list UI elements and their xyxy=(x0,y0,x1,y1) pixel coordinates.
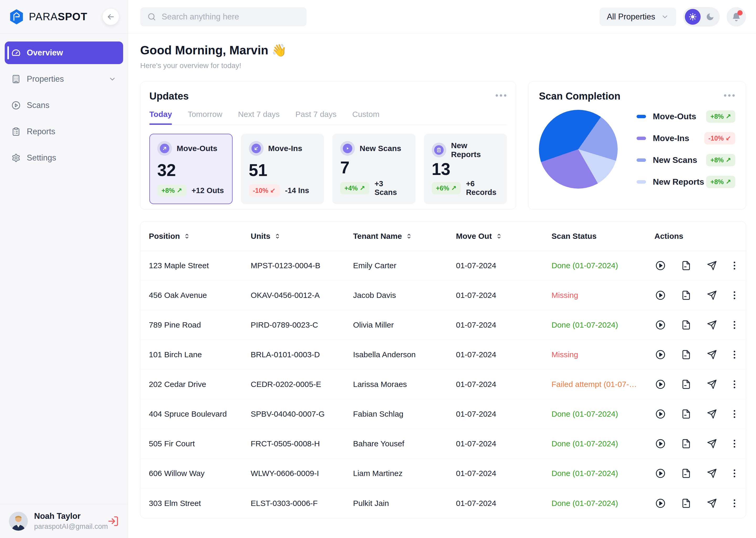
arrow-left-icon xyxy=(106,12,115,21)
sidebar-collapse-button[interactable] xyxy=(103,9,119,25)
report-document-button[interactable] xyxy=(680,289,692,301)
stat-value: 7 xyxy=(340,159,408,176)
play-scan-button[interactable] xyxy=(654,408,667,420)
cell-scan-status: Failed attempt (01-07-… xyxy=(551,380,654,389)
row-more-menu-button[interactable] xyxy=(732,408,737,420)
column-header-scan-status: Scan Status xyxy=(551,232,654,241)
row-more-menu-button[interactable] xyxy=(732,319,737,331)
column-header-position[interactable]: Position xyxy=(149,232,251,241)
play-scan-button[interactable] xyxy=(654,378,667,390)
row-more-menu-button[interactable] xyxy=(732,289,737,301)
play-scan-button[interactable] xyxy=(654,259,667,272)
dark-mode-button[interactable] xyxy=(702,9,718,25)
tab-custom[interactable]: Custom xyxy=(352,110,379,125)
report-document-button[interactable] xyxy=(680,467,692,479)
legend-item-new-reports: New Reports +8% ↗ xyxy=(637,176,735,188)
play-scan-button[interactable] xyxy=(654,467,667,479)
play-circle-icon xyxy=(655,468,665,478)
send-button[interactable] xyxy=(706,319,718,331)
sidebar-item-label: Overview xyxy=(27,48,63,58)
tab-today[interactable]: Today xyxy=(149,110,172,125)
scan-completion-title: Scan Completion xyxy=(539,91,620,102)
stat-card-move-ins[interactable]: Move-Ins 51 -10% ↙ -14 Ins xyxy=(241,134,324,204)
row-more-menu-button[interactable] xyxy=(732,259,737,272)
cell-position: 456 Oak Avenue xyxy=(149,291,251,300)
topbar-actions: All Properties xyxy=(599,7,746,27)
updates-menu-button[interactable] xyxy=(495,91,507,100)
user-name: Noah Taylor xyxy=(34,511,101,521)
sidebar-item-reports[interactable]: Reports xyxy=(5,120,123,143)
cell-tenant: Fabian Schlag xyxy=(353,409,456,418)
document-icon xyxy=(681,498,691,508)
cell-move-out: 01-07-2024 xyxy=(456,320,551,329)
send-button[interactable] xyxy=(706,349,718,361)
stat-label: New Reports xyxy=(451,141,499,159)
play-scan-button[interactable] xyxy=(654,349,667,361)
report-document-button[interactable] xyxy=(680,497,692,510)
tab-past-7-days[interactable]: Past 7 days xyxy=(295,110,337,125)
cell-actions xyxy=(654,408,737,420)
notifications-button[interactable] xyxy=(727,7,746,27)
play-scan-button[interactable] xyxy=(654,438,667,450)
table-row: 123 Maple Street MPST-0123-0004-B Emily … xyxy=(140,251,746,281)
sidebar-item-properties[interactable]: Properties xyxy=(5,68,123,90)
column-header-move-out[interactable]: Move Out xyxy=(456,232,551,241)
stat-card-move-outs[interactable]: Move-Outs 32 +8% ↗ +12 Outs xyxy=(149,134,233,204)
column-header-actions: Actions xyxy=(654,232,737,241)
chevron-down-icon xyxy=(661,13,669,21)
stat-card-new-scans[interactable]: New Scans 7 +4% ↗ +3 Scans xyxy=(332,134,415,204)
report-document-button[interactable] xyxy=(680,378,692,390)
search-input[interactable] xyxy=(162,12,300,22)
stat-delta: +6 Records xyxy=(466,180,499,197)
row-more-menu-button[interactable] xyxy=(732,467,737,479)
cell-scan-status: Missing xyxy=(551,350,654,359)
play-circle-icon xyxy=(655,290,665,300)
document-icon xyxy=(681,290,691,300)
logout-button[interactable] xyxy=(107,515,119,527)
row-more-menu-button[interactable] xyxy=(732,438,737,450)
sidebar-item-overview[interactable]: Overview xyxy=(5,41,123,64)
cell-position: 404 Spruce Boulevard xyxy=(149,409,251,418)
stat-card-new-reports[interactable]: New Reports 13 +6% ↗ +6 Records xyxy=(424,134,507,204)
tab-tomorrow[interactable]: Tomorrow xyxy=(188,110,222,125)
report-document-button[interactable] xyxy=(680,319,692,331)
report-document-button[interactable] xyxy=(680,408,692,420)
stat-trend-badge: -10% ↙ xyxy=(249,185,280,197)
send-button[interactable] xyxy=(706,467,718,479)
send-button[interactable] xyxy=(706,438,718,450)
row-more-menu-button[interactable] xyxy=(732,349,737,361)
sidebar-item-settings[interactable]: Settings xyxy=(5,146,123,169)
tab-next-7-days[interactable]: Next 7 days xyxy=(238,110,280,125)
play-scan-button[interactable] xyxy=(654,319,667,331)
stat-label: New Scans xyxy=(359,144,401,153)
light-mode-button[interactable] xyxy=(685,9,701,25)
gear-icon xyxy=(12,153,21,162)
report-document-button[interactable] xyxy=(680,259,692,272)
send-button[interactable] xyxy=(706,378,718,390)
cell-position: 789 Pine Road xyxy=(149,320,251,329)
cell-actions xyxy=(654,497,737,510)
play-scan-button[interactable] xyxy=(654,497,667,510)
cell-unit: MPST-0123-0004-B xyxy=(251,261,353,270)
sort-icon xyxy=(183,233,190,240)
row-more-menu-button[interactable] xyxy=(732,497,737,510)
play-circle-icon xyxy=(655,409,665,419)
column-header-units[interactable]: Units xyxy=(251,232,353,241)
sidebar-item-scans[interactable]: Scans xyxy=(5,94,123,117)
cell-tenant: Pulkit Jain xyxy=(353,499,456,508)
report-document-button[interactable] xyxy=(680,438,692,450)
stat-trend-badge: +4% ↗ xyxy=(340,182,369,194)
play-scan-button[interactable] xyxy=(654,289,667,301)
column-header-tenant-name[interactable]: Tenant Name xyxy=(353,232,456,241)
report-document-button[interactable] xyxy=(680,349,692,361)
send-button[interactable] xyxy=(706,259,718,272)
send-button[interactable] xyxy=(706,289,718,301)
property-filter-dropdown[interactable]: All Properties xyxy=(599,8,676,26)
document-icon xyxy=(681,439,691,449)
send-button[interactable] xyxy=(706,408,718,420)
sun-icon xyxy=(689,13,697,21)
chart-legend: Move-Outs +8% ↗ Move-Ins -10% ↙ New Scan… xyxy=(637,110,735,188)
row-more-menu-button[interactable] xyxy=(732,378,737,390)
send-button[interactable] xyxy=(706,497,718,510)
scan-completion-menu-button[interactable] xyxy=(724,91,735,100)
